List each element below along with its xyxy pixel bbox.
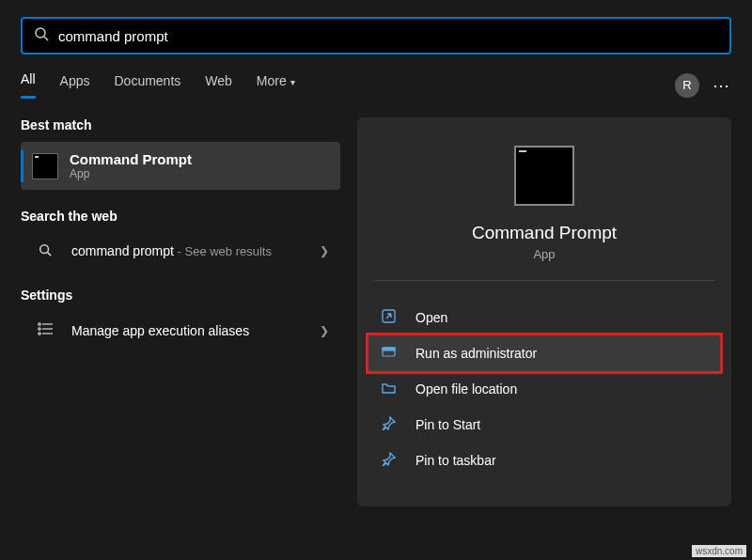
svg-rect-12 — [383, 348, 395, 350]
action-pin-to-taskbar[interactable]: Pin to taskbar — [357, 443, 731, 478]
action-open[interactable]: Open — [357, 300, 731, 335]
command-prompt-icon — [514, 146, 574, 206]
action-label: Pin to taskbar — [415, 453, 496, 468]
web-result[interactable]: command prompt - See web results ❯ — [21, 233, 340, 269]
svg-line-1 — [44, 37, 48, 40]
settings-list-icon — [32, 321, 58, 340]
chevron-down-icon: ▾ — [290, 77, 295, 87]
result-subtitle: App — [70, 167, 192, 180]
svg-point-2 — [40, 244, 49, 253]
pin-icon — [382, 452, 402, 469]
action-label: Open — [415, 310, 447, 325]
tab-more[interactable]: More▾ — [257, 73, 295, 98]
preview-title: Command Prompt — [357, 223, 731, 243]
svg-line-3 — [48, 252, 52, 256]
action-label: Run as administrator — [415, 346, 537, 361]
action-open-file-location[interactable]: Open file location — [357, 371, 731, 407]
action-pin-to-start[interactable]: Pin to Start — [357, 407, 731, 443]
user-avatar[interactable]: R — [675, 73, 699, 98]
action-label: Pin to Start — [415, 417, 480, 432]
chevron-right-icon: ❯ — [320, 244, 329, 257]
more-options-button[interactable]: ⋯ — [713, 75, 731, 96]
filter-tabs: All Apps Documents Web More▾ R ⋯ — [0, 54, 752, 99]
web-hint: - See web results — [174, 244, 272, 258]
tab-web[interactable]: Web — [205, 73, 232, 98]
divider — [374, 280, 714, 281]
tab-documents[interactable]: Documents — [114, 73, 180, 98]
tab-all[interactable]: All — [21, 71, 36, 99]
search-icon — [32, 243, 58, 259]
action-run-as-administrator[interactable]: Run as administrator — [368, 335, 720, 371]
settings-item-label: Manage app execution aliases — [71, 323, 249, 338]
command-prompt-icon — [32, 153, 58, 179]
svg-point-4 — [39, 323, 40, 325]
search-web-label: Search the web — [21, 209, 340, 224]
best-match-label: Best match — [21, 117, 340, 132]
pin-icon — [382, 416, 402, 433]
results-column: Best match Command Prompt App Search the… — [21, 117, 340, 506]
open-icon — [382, 309, 402, 326]
search-icon — [34, 26, 49, 45]
search-input[interactable] — [58, 28, 718, 44]
svg-point-8 — [39, 333, 40, 334]
svg-point-6 — [39, 328, 40, 330]
result-title: Command Prompt — [70, 151, 192, 167]
shield-icon — [382, 345, 402, 362]
svg-point-0 — [36, 28, 45, 38]
folder-icon — [382, 381, 402, 397]
settings-label: Settings — [21, 288, 340, 303]
web-query: command prompt — [71, 243, 174, 258]
tab-apps[interactable]: Apps — [60, 73, 90, 98]
settings-result[interactable]: Manage app execution aliases ❯ — [21, 312, 340, 350]
watermark: wsxdn.com — [692, 545, 746, 557]
preview-subtitle: App — [357, 247, 731, 261]
result-command-prompt[interactable]: Command Prompt App — [21, 142, 340, 190]
action-label: Open file location — [415, 381, 517, 397]
preview-panel: Command Prompt App Open Run as administr… — [357, 117, 731, 506]
search-bar[interactable] — [21, 17, 731, 54]
chevron-right-icon: ❯ — [320, 324, 329, 337]
